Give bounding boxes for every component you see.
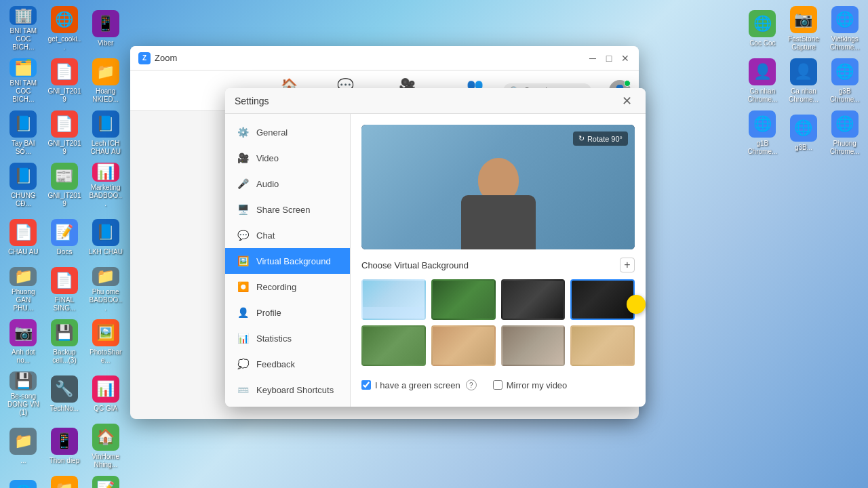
icon-image: 📝 [92, 476, 119, 488]
sidebar-item-accessibility[interactable]: ♿ Accessibility [225, 403, 350, 407]
sidebar-item-recording[interactable]: ⏺️ Recording [225, 274, 350, 300]
desktop-icon-25[interactable]: 📱 Thon diep [45, 421, 85, 472]
minimize-button[interactable]: ─ [587, 53, 598, 64]
rotate-button[interactable]: ↻ Rotate 90° [573, 131, 628, 146]
desktop-icon-8[interactable]: 📘 Lech ICH CHAU AU [85, 108, 125, 159]
icon-label: GNI_IT2019 [47, 192, 82, 208]
desktop-icon-28[interactable]: 📁 Phap dong... [45, 473, 85, 488]
desktop-icon-right-3[interactable]: 👤 Ca nhan Chrome... [743, 56, 783, 106]
zoom-title: Z Zoom [138, 52, 177, 64]
icon-image: 📷 [790, 6, 817, 33]
person-silhouette [461, 158, 536, 249]
icon-image: 📁 [9, 428, 37, 455]
desktop-icon-13[interactable]: 📝 Docs [45, 212, 85, 263]
icon-label: Thon diep [50, 457, 79, 465]
mirror-video-label: Mirror my video [507, 380, 568, 390]
sidebar-icon-keyboard-shortcuts: ⌨️ [236, 383, 250, 396]
desktop-icon-4[interactable]: 📄 GNI_IT2019 [45, 56, 85, 106]
background-thumb-5[interactable] [361, 325, 426, 366]
desktop-icon-20[interactable]: 🖼️ PhotoShare... [85, 317, 125, 367]
desktop-icon-21[interactable]: 💾 Be-song DONG VN (1) [3, 369, 43, 420]
desktop-icon-right-4[interactable]: 👤 Ca nhan Chrome... [784, 56, 824, 106]
icon-label: PhotoShare... [88, 348, 123, 365]
add-background-button[interactable]: + [620, 258, 635, 272]
close-button[interactable]: ✕ [620, 53, 631, 64]
icon-image: 📘 [92, 110, 119, 138]
background-thumb-8[interactable] [570, 325, 635, 366]
sidebar-item-virtual-background[interactable]: 🖼️ Virtual Background [225, 248, 350, 274]
icon-label: g3B Chrome... [827, 87, 862, 104]
vbg-section-label: Choose Virtual Background [361, 260, 469, 270]
mirror-video-option[interactable]: Mirror my video [493, 380, 568, 390]
background-thumb-6[interactable] [431, 325, 496, 366]
sidebar-item-audio[interactable]: 🎤 Audio [225, 171, 350, 197]
sidebar-item-chat[interactable]: 💬 Chat [225, 222, 350, 248]
background-thumb-7[interactable] [501, 325, 566, 366]
desktop-icon-26[interactable]: 🏠 VinHome Nhing... [85, 421, 125, 472]
desktop-icon-27[interactable]: 🌐 example... [3, 473, 43, 488]
desktop-icon-2[interactable]: 📱 Viber [85, 3, 125, 54]
settings-body: ⚙️ General 🎥 Video 🎤 Audio 🖥️ Share Scre… [225, 114, 646, 407]
settings-modal: Settings ✕ ⚙️ General 🎥 Video 🎤 Audio 🖥️… [225, 88, 646, 407]
desktop-icon-17[interactable]: 📁 Phu ome BADBOO... [85, 264, 125, 315]
person-body [461, 195, 536, 249]
desktop-icon-9[interactable]: 📘 CHUNG CĐ... [3, 160, 43, 211]
sidebar-item-share-screen[interactable]: 🖥️ Share Screen [225, 197, 350, 222]
background-thumb-2[interactable] [431, 279, 496, 320]
desktop-icon-right-2[interactable]: 🌐 Vietkings Chrome... [825, 3, 865, 54]
green-screen-label: I have a green screen [375, 380, 460, 390]
desktop-icon-right-6[interactable]: 🌐 g1B Chrome... [743, 108, 783, 159]
background-thumb-3[interactable] [501, 279, 566, 320]
online-status-dot [624, 80, 631, 87]
sidebar-item-video[interactable]: 🎥 Video [225, 145, 350, 171]
settings-close-button[interactable]: ✕ [618, 92, 636, 110]
sidebar-item-statistics[interactable]: 📊 Statistics [225, 325, 350, 351]
desktop-icon-1[interactable]: 🌐 get_cooki... [45, 3, 85, 54]
sidebar-label-feedback: Feedback [256, 359, 295, 369]
desktop-icon-14[interactable]: 📘 LKH CHAU [85, 212, 125, 263]
desktop-icon-11[interactable]: 📊 Marketing BADBOO... [85, 160, 125, 211]
window-controls: ─ □ ✕ [587, 53, 631, 64]
mirror-video-checkbox[interactable] [493, 380, 502, 390]
icon-label: Be-song DONG VN (1) [6, 392, 41, 417]
desktop-icon-right-0[interactable]: 🌐 Coc Coc [743, 3, 783, 54]
sidebar-item-keyboard-shortcuts[interactable]: ⌨️ Keyboard Shortcuts [225, 377, 350, 403]
desktop-icon-right-1[interactable]: 📷 FastStone Capture [784, 3, 824, 54]
desktop-icon-19[interactable]: 💾 Backup cell...(3) [45, 317, 85, 367]
background-thumb-4[interactable] [570, 279, 635, 320]
icon-image: 💾 [9, 371, 37, 390]
desktop-icon-29[interactable]: 📝 Duy Thanh Van Ha... [85, 473, 125, 488]
sidebar-item-feedback[interactable]: 💭 Feedback [225, 351, 350, 377]
zoom-logo: Z [138, 52, 151, 64]
green-screen-help-icon[interactable]: ? [466, 380, 477, 390]
sidebar-item-general[interactable]: ⚙️ General [225, 119, 350, 145]
sidebar-icon-video: 🎥 [236, 151, 250, 165]
desktop-icon-right-7[interactable]: 🌐 g3B... [784, 108, 824, 159]
maximize-button[interactable]: □ [604, 53, 614, 64]
desktop-icon-6[interactable]: 📘 Tay BÀI SỐ... [3, 108, 43, 159]
desktop-icon-right-8[interactable]: 🌐 Phuong Chrome... [825, 108, 865, 159]
desktop-icon-5[interactable]: 📁 Hoang NKIED... [85, 56, 125, 106]
desktop-icon-10[interactable]: 📰 GNI_IT2019 [45, 160, 85, 211]
desktop-icon-12[interactable]: 📄 CHAU AU [3, 212, 43, 263]
desktop-icon-16[interactable]: 📄 FINAL SING... [45, 264, 85, 315]
desktop-icons-right: 🌐 Coc Coc 📷 FastStone Capture 🌐 Vietking… [739, 0, 868, 461]
desktop-icon-22[interactable]: 🔧 TechNo... [45, 369, 85, 420]
icon-label: LKH CHAU [88, 248, 123, 256]
background-thumb-1[interactable] [361, 279, 426, 320]
desktop-icon-3[interactable]: 🗂️ BNI TAM COC BICH... [3, 56, 43, 106]
desktop-icon-23[interactable]: 📊 QC GIA [85, 369, 125, 420]
desktop-icon-15[interactable]: 📁 Phuong GAN PHU... [3, 264, 43, 315]
desktop-icon-0[interactable]: 🏢 BNI TAM COC BICH... [3, 3, 43, 54]
desktop-icon-18[interactable]: 📷 Anh dot no... [3, 317, 43, 367]
icon-label: Ca nhan Chrome... [745, 87, 780, 104]
desktop-icon-7[interactable]: 📄 GNI_IT2019 [45, 108, 85, 159]
sidebar-item-profile[interactable]: 👤 Profile [225, 300, 350, 325]
icon-image: 📱 [92, 10, 119, 37]
icon-image: 🌐 [831, 110, 859, 138]
green-screen-option[interactable]: I have a green screen ? [361, 380, 477, 390]
desktop-icon-24[interactable]: 📁 ... [3, 421, 43, 472]
desktop-icon-right-5[interactable]: 🌐 g3B Chrome... [825, 56, 865, 106]
icon-label: Coc Coc [749, 39, 775, 47]
green-screen-checkbox[interactable] [361, 380, 371, 390]
